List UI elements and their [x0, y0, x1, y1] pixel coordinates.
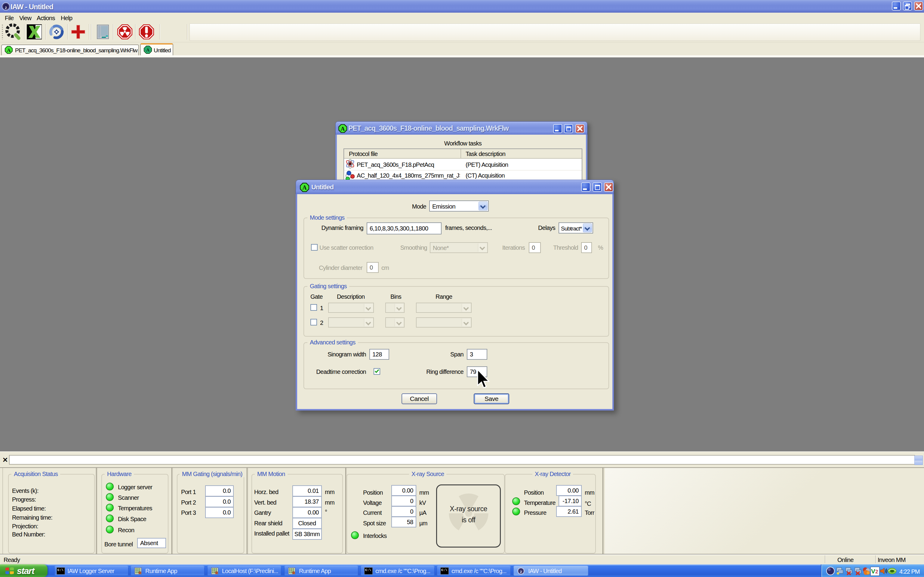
svg-text:A: A — [341, 126, 345, 132]
svg-text:A: A — [7, 47, 11, 53]
svg-text:2: 2 — [520, 570, 522, 574]
svg-text:2: 2 — [5, 6, 6, 10]
svg-text:A: A — [302, 184, 307, 191]
svg-text:A: A — [146, 47, 150, 52]
